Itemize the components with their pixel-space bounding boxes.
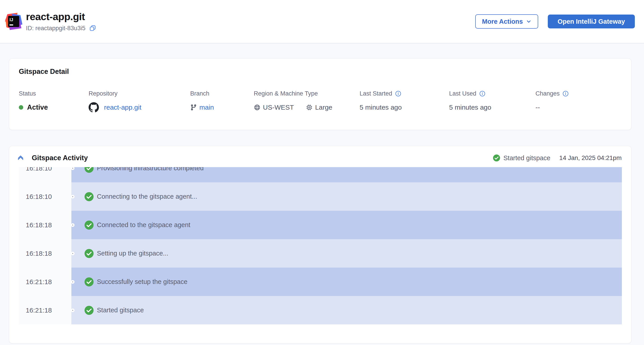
header-actions: More Actions Open IntelliJ Gateway	[475, 14, 635, 29]
log-message: Started gitspace	[97, 306, 144, 314]
field-region-machine: Region & Machine Type US-WEST	[254, 90, 360, 113]
more-actions-button[interactable]: More Actions	[475, 14, 538, 29]
changes-value: --	[536, 104, 540, 111]
log-row: 16:18:10 Connecting to the gitspace agen…	[19, 182, 622, 211]
open-intellij-gateway-button[interactable]: Open IntelliJ Gateway	[548, 14, 635, 28]
check-circle-icon	[84, 192, 94, 202]
gitspace-activity-card: Gitspace Activity Started gitspace 14 Ja…	[9, 146, 632, 344]
log-message: Successfully setup the gitspace	[97, 278, 188, 286]
svg-text:IJ: IJ	[10, 17, 13, 22]
log-message: Setting up the gitspace...	[97, 250, 168, 257]
log-time: 16:18:18	[26, 221, 52, 229]
field-last-used: Last Used 5 minutes ago	[449, 90, 536, 113]
log-row: 16:21:18 Started gitspace	[19, 296, 622, 324]
machine-pair: Large	[306, 104, 332, 111]
check-circle-icon	[84, 306, 94, 315]
page-id-row: ID: reactappgit-83u3i5	[26, 24, 96, 32]
timeline-dot-icon	[71, 223, 74, 227]
timeline-dot-icon	[71, 252, 74, 255]
github-icon	[88, 102, 99, 112]
region-value: US-WEST	[263, 104, 294, 111]
last-used-label: Last Used	[449, 90, 476, 97]
last-started-value: 5 minutes ago	[360, 104, 402, 111]
field-last-started: Last Started 5 minutes ago	[360, 90, 449, 113]
changes-label: Changes	[536, 90, 560, 97]
check-circle-icon	[84, 220, 94, 230]
activity-title: Gitspace Activity	[32, 154, 88, 162]
gitspace-detail-heading: Gitspace Detail	[19, 68, 622, 76]
repository-link[interactable]: react-app.git	[104, 104, 142, 111]
log-row: 16:18:10 Provisioning infrastructure com…	[19, 167, 622, 182]
top-bar: IJ react-app.git ID: reactappgit-83u3i5 …	[0, 0, 644, 44]
status-value: Active	[27, 103, 48, 112]
check-circle-icon	[493, 154, 500, 162]
globe-icon	[254, 104, 260, 111]
machine-type-value: Large	[315, 104, 332, 111]
check-circle-icon	[84, 167, 94, 173]
more-actions-label: More Actions	[482, 18, 523, 25]
info-icon[interactable]	[562, 90, 568, 97]
intellij-idea-logo-icon: IJ	[5, 13, 22, 30]
brand-text: react-app.git ID: reactappgit-83u3i5	[26, 11, 96, 32]
check-circle-icon	[84, 277, 94, 287]
branch-link[interactable]: main	[200, 104, 214, 111]
copy-icon[interactable]	[89, 24, 96, 32]
log-time: 16:18:18	[26, 250, 52, 257]
last-started-label: Last Started	[360, 90, 392, 97]
info-icon[interactable]	[479, 90, 485, 97]
activity-timestamp: 14 Jan, 2025 04:21pm	[559, 154, 622, 162]
region-machine-label: Region & Machine Type	[254, 90, 360, 97]
log-time: 16:21:18	[26, 306, 52, 314]
active-status-dot-icon	[19, 105, 23, 110]
cpu-icon	[306, 104, 312, 111]
timeline-dot-icon	[71, 280, 74, 284]
status-label: Status	[19, 90, 88, 97]
git-branch-icon	[190, 104, 197, 111]
check-circle-icon	[84, 248, 94, 258]
activity-header: Gitspace Activity Started gitspace 14 Ja…	[9, 146, 631, 167]
log-time: 16:21:18	[26, 278, 52, 286]
activity-log[interactable]: 16:18:10 Provisioning infrastructure com…	[19, 167, 622, 325]
log-time: 16:18:10	[26, 193, 52, 200]
open-gateway-label: Open IntelliJ Gateway	[558, 18, 625, 25]
info-icon[interactable]	[395, 90, 401, 97]
region-pair: US-WEST	[254, 104, 294, 111]
activity-status-text: Started gitspace	[504, 154, 550, 162]
repository-label: Repository	[88, 90, 190, 97]
page-title: react-app.git	[26, 11, 96, 22]
log-message: Connected to the gitspace agent	[97, 221, 190, 229]
chevron-up-icon[interactable]	[16, 153, 26, 163]
log-time: 16:18:10	[26, 167, 52, 172]
gitspace-id: ID: reactappgit-83u3i5	[26, 25, 86, 32]
log-message: Provisioning infrastructure completed	[97, 167, 204, 172]
log-row: 16:18:18 Setting up the gitspace...	[19, 239, 622, 268]
log-row: 16:18:18 Connected to the gitspace agent	[19, 211, 622, 239]
branch-label: Branch	[190, 90, 254, 97]
field-repository: Repository react-app.git	[88, 90, 190, 113]
field-changes: Changes --	[536, 90, 622, 113]
log-row: 16:21:18 Successfully setup the gitspace	[19, 268, 622, 296]
gitspace-detail-card: Gitspace Detail Status Active Repository…	[9, 58, 632, 130]
detail-fields: Status Active Repository react-app.git B…	[19, 90, 622, 113]
brand: IJ react-app.git ID: reactappgit-83u3i5	[5, 11, 96, 32]
timeline-dot-icon	[71, 195, 74, 198]
field-branch: Branch main	[190, 90, 254, 113]
timeline-dot-icon	[71, 308, 74, 312]
last-used-value: 5 minutes ago	[449, 104, 491, 111]
field-status: Status Active	[19, 90, 88, 113]
log-message: Connecting to the gitspace agent...	[97, 193, 197, 200]
chevron-down-icon	[526, 19, 532, 24]
